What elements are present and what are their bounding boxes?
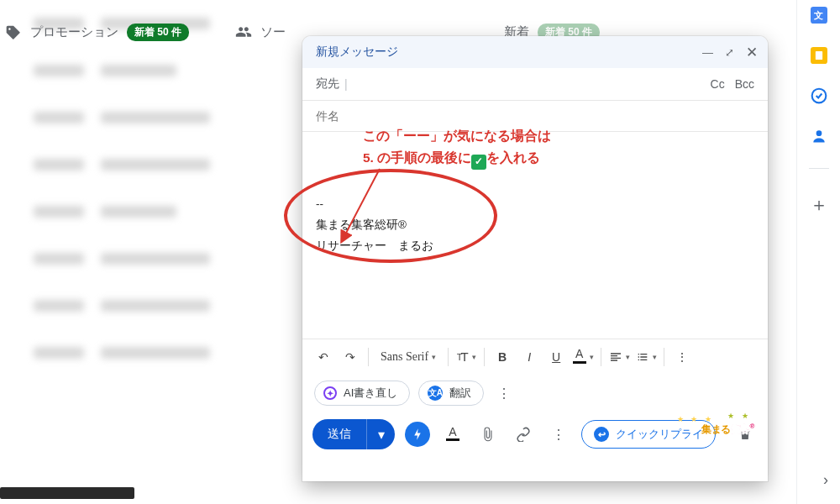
send-dropdown-button[interactable]: ▾ — [366, 419, 395, 449]
bolt-icon — [410, 427, 425, 442]
sidepanel-translate-button[interactable]: 文 — [811, 7, 827, 24]
svg-text:文: 文 — [813, 10, 823, 20]
bottom-strip — [0, 487, 134, 499]
discard-button[interactable] — [732, 427, 758, 442]
redo-button[interactable]: ↷ — [338, 344, 363, 370]
to-label: 宛先 — [316, 76, 339, 92]
annotation-ellipse — [284, 169, 497, 263]
font-family-select[interactable]: Sans Serif — [374, 344, 443, 370]
compose-header: 新規メッセージ — ⤢ ✕ — [302, 36, 768, 68]
chips-more-button[interactable]: ⋮ — [492, 381, 516, 406]
tab-promotions-badge: 新着 50 件 — [127, 24, 189, 41]
tab-social[interactable]: ソー — [235, 24, 286, 40]
compose-title: 新規メッセージ — [316, 45, 398, 60]
mail-list-blurred — [0, 0, 302, 504]
align-button[interactable] — [606, 344, 632, 370]
compose-body[interactable]: この「ーー」が気になる場合は 5. の手順の最後に✓を入れる -- 集まる集客総… — [302, 132, 768, 339]
list-button[interactable] — [633, 344, 659, 370]
translate-chip[interactable]: 文A 翻訳 — [418, 381, 484, 406]
underline-button[interactable]: U — [543, 344, 569, 370]
trash-icon — [738, 427, 753, 442]
sidepanel-keep-button[interactable] — [811, 47, 827, 64]
side-panel: 文 ＋ — [796, 0, 840, 504]
font-size-button[interactable]: TT — [454, 344, 479, 370]
svg-point-5 — [816, 130, 822, 136]
sidepanel-tasks-button[interactable] — [811, 87, 827, 104]
tab-promotions[interactable]: プロモーション 新着 50 件 — [5, 24, 189, 41]
annotation-text: この「ーー」が気になる場合は 5. の手順の最後に✓を入れる — [363, 125, 551, 170]
paperclip-icon — [480, 427, 496, 442]
quick-reply-icon: ↩ — [594, 427, 609, 442]
subject-input[interactable] — [316, 109, 754, 123]
send-button[interactable]: 送信 ▾ — [312, 419, 395, 449]
compose-actions: 送信 ▾ A ⋮ ↩ クイックリプライ — [302, 412, 768, 456]
more-format-button[interactable]: ⋮ — [669, 344, 695, 370]
to-field[interactable]: 宛先 | Cc Bcc — [302, 68, 768, 101]
svg-rect-3 — [815, 51, 822, 60]
sidepanel-contacts-button[interactable] — [811, 128, 827, 144]
tag-icon — [5, 24, 22, 41]
insert-link-button[interactable] — [511, 422, 536, 447]
check-icon: ✓ — [471, 155, 486, 170]
sidepanel-expand-button[interactable]: › — [823, 471, 828, 489]
minimize-button[interactable]: — — [702, 46, 713, 59]
more-actions-button[interactable]: ⋮ — [546, 422, 571, 447]
list-icon — [636, 350, 649, 364]
assist-chips-row: ✦ AI書き直し 文A 翻訳 ⋮ — [302, 374, 768, 412]
attach-button[interactable] — [475, 422, 501, 447]
bcc-button[interactable]: Bcc — [735, 77, 754, 91]
text-color-action[interactable]: A — [440, 422, 465, 447]
undo-button[interactable]: ↶ — [311, 344, 336, 370]
compose-window: 新規メッセージ — ⤢ ✕ 宛先 | Cc Bcc この「ーー」が気になる場合は… — [302, 36, 768, 481]
text-color-button[interactable]: A — [570, 344, 596, 370]
fullscreen-button[interactable]: ⤢ — [725, 46, 734, 59]
align-icon — [609, 350, 622, 364]
cc-button[interactable]: Cc — [711, 77, 725, 91]
close-button[interactable]: ✕ — [746, 45, 758, 60]
ai-rewrite-chip[interactable]: ✦ AI書き直し — [314, 381, 410, 406]
format-toolbar: ↶ ↷ Sans Serif TT B I U A ⋮ — [302, 339, 768, 374]
link-icon — [516, 427, 531, 442]
sparkle-icon: ✦ — [323, 386, 337, 400]
italic-button[interactable]: I — [517, 344, 542, 370]
tab-promotions-label: プロモーション — [30, 24, 118, 40]
sidepanel-add-button[interactable]: ＋ — [810, 192, 828, 218]
quick-reply-button[interactable]: ↩ クイックリプライ — [581, 420, 716, 449]
bold-button[interactable]: B — [490, 344, 515, 370]
confidential-bolt-button[interactable] — [405, 422, 430, 447]
people-icon — [235, 24, 252, 40]
translate-icon: 文A — [428, 386, 443, 401]
tab-social-label: ソー — [260, 24, 286, 40]
